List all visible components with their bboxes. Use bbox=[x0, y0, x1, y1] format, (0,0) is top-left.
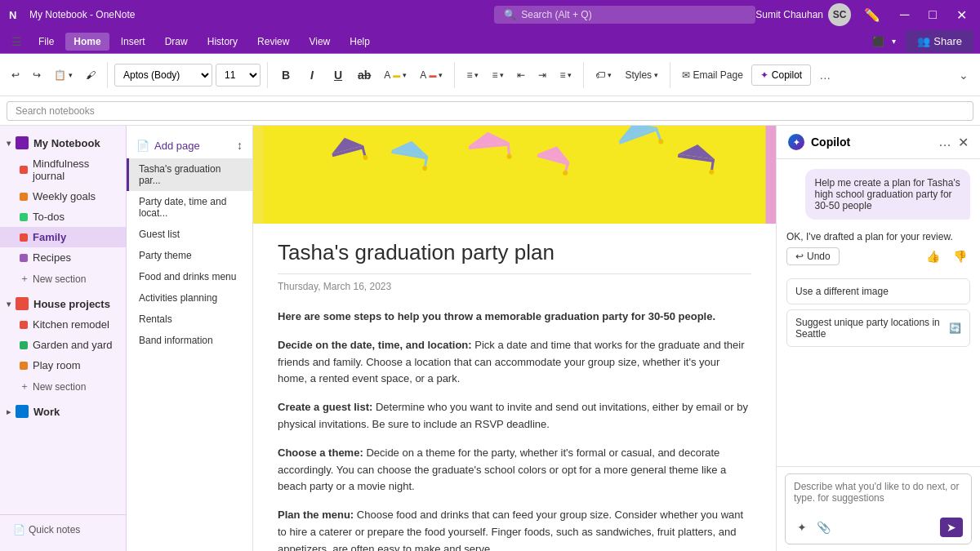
kitchen-label: Kitchen remodel bbox=[33, 318, 109, 331]
format-painter-button[interactable]: 🖌 bbox=[81, 60, 100, 90]
ribbon-sep-5 bbox=[670, 62, 670, 88]
page-item-3[interactable]: Party theme bbox=[127, 245, 252, 266]
menubar: ☰ File Home Insert Draw History Review V… bbox=[0, 29, 980, 54]
sidebar-item-todos[interactable]: To-dos bbox=[0, 207, 126, 227]
section-0-heading: Decide on the date, time, and location: bbox=[278, 339, 472, 351]
page-item-6[interactable]: Rentals bbox=[127, 309, 252, 330]
page-item-4[interactable]: Food and drinks menu bbox=[127, 266, 252, 287]
sidebar-item-garden[interactable]: Garden and yard bbox=[0, 335, 126, 355]
page-body[interactable]: Here are some steps to help you throw a … bbox=[278, 309, 751, 551]
copilot-ribbon-button[interactable]: ✦ Copilot bbox=[751, 64, 811, 86]
page-section-3: Plan the menu: Choose food and drinks th… bbox=[278, 507, 751, 551]
weekly-goals-dot bbox=[20, 193, 28, 201]
menu-home[interactable]: Home bbox=[65, 33, 109, 51]
copilot-input-field[interactable] bbox=[794, 481, 963, 510]
copilot-send-button[interactable]: ➤ bbox=[940, 518, 963, 537]
font-color-button[interactable]: A ▬ ▾ bbox=[415, 60, 448, 90]
title-search-bar[interactable]: 🔍 bbox=[494, 6, 755, 24]
page-item-2[interactable]: Guest list bbox=[127, 224, 252, 245]
page-item-7[interactable]: Band information bbox=[127, 330, 252, 351]
copilot-small-icon: ✦ bbox=[760, 69, 768, 81]
copilot-suggestions-area: Use a different image Suggest unique par… bbox=[786, 278, 970, 347]
attach-icon-button[interactable]: 📎 bbox=[813, 519, 834, 535]
collapse-arrow-icon: ▾ bbox=[7, 139, 11, 148]
page-item-0[interactable]: Tasha's graduation par... bbox=[127, 158, 252, 191]
new-section-my-notebook[interactable]: ＋ New section bbox=[0, 268, 126, 290]
copilot-thumbup-button[interactable]: 👍 bbox=[923, 248, 943, 264]
notebook-search-input[interactable] bbox=[7, 101, 973, 121]
pen-icon-button[interactable]: ✏️ bbox=[858, 4, 887, 26]
numbering-button[interactable]: ≡ ▾ bbox=[487, 60, 509, 90]
menu-review[interactable]: Review bbox=[249, 33, 297, 51]
italic-button[interactable]: I bbox=[301, 64, 323, 87]
bullets-button[interactable]: ≡ ▾ bbox=[461, 60, 483, 90]
note-icon: 📄 bbox=[13, 524, 25, 535]
menu-file[interactable]: File bbox=[30, 33, 62, 51]
font-family-select[interactable]: Aptos (Body) bbox=[114, 64, 212, 87]
my-notebook-header[interactable]: ▾ My Notebook bbox=[0, 132, 126, 153]
menu-history[interactable]: History bbox=[199, 33, 246, 51]
copilot-thumbdown-button[interactable]: 👎 bbox=[950, 248, 970, 264]
highlight-button[interactable]: A ▬ ▾ bbox=[379, 60, 412, 90]
indent-decrease-button[interactable]: ⇤ bbox=[512, 60, 530, 90]
menu-view[interactable]: View bbox=[301, 33, 338, 51]
more-options-button[interactable]: … bbox=[814, 65, 835, 85]
share-button[interactable]: 👥 Share bbox=[906, 30, 973, 52]
menu-help[interactable]: Help bbox=[341, 33, 378, 51]
copilot-input-area[interactable]: ✦ 📎 ➤ bbox=[785, 473, 972, 544]
menu-insert[interactable]: Insert bbox=[113, 33, 154, 51]
page-item-1[interactable]: Party date, time and locat... bbox=[127, 191, 252, 224]
add-page-button[interactable]: 📄 Add page bbox=[133, 136, 234, 155]
header-illustration bbox=[253, 126, 776, 224]
page-section-2: Choose a theme: Decide on a theme for th… bbox=[278, 445, 751, 495]
sparkle-icon-button[interactable]: ✦ bbox=[794, 519, 810, 535]
font-size-select[interactable]: 11 bbox=[216, 64, 261, 87]
sidebar-item-kitchen[interactable]: Kitchen remodel bbox=[0, 314, 126, 335]
quick-notes-label: Quick notes bbox=[29, 524, 80, 535]
bold-button[interactable]: B bbox=[274, 64, 297, 87]
quick-notes-button[interactable]: 📄 Quick notes bbox=[7, 520, 119, 540]
work-header[interactable]: ▸ Work bbox=[0, 401, 126, 422]
sidebar-item-weekly-goals[interactable]: Weekly goals bbox=[0, 186, 126, 207]
copilot-use-different-image-button[interactable]: Use a different image bbox=[786, 278, 970, 304]
title-search-input[interactable] bbox=[521, 9, 746, 20]
onenote-logo-icon: N bbox=[7, 7, 23, 23]
copilot-input-actions: ✦ 📎 ➤ bbox=[794, 518, 963, 537]
copilot-undo-button[interactable]: ↩ Undo bbox=[786, 247, 840, 265]
underline-button[interactable]: U bbox=[327, 64, 350, 87]
content-area[interactable]: Tasha's graduation party plan Thursday, … bbox=[253, 126, 776, 551]
close-button[interactable]: ✕ bbox=[950, 4, 973, 26]
avatar[interactable]: SC bbox=[828, 3, 851, 26]
redo-button[interactable]: ↪ bbox=[28, 60, 46, 90]
styles-button[interactable]: Styles ▾ bbox=[620, 60, 663, 90]
sidebar-item-family[interactable]: Family bbox=[0, 227, 126, 247]
ribbon-expand-button[interactable]: ⌄ bbox=[954, 65, 973, 85]
strikethrough-button[interactable]: ab bbox=[353, 64, 376, 87]
align-button[interactable]: ≡ ▾ bbox=[555, 60, 577, 90]
maximize-button[interactable]: □ bbox=[922, 4, 943, 25]
indent-increase-button[interactable]: ⇥ bbox=[533, 60, 551, 90]
copilot-more-button[interactable]: … bbox=[938, 135, 951, 149]
copilot-close-button[interactable]: ✕ bbox=[958, 135, 969, 150]
undo-button[interactable]: ↩ bbox=[7, 60, 24, 90]
house-projects-header[interactable]: ▾ House projects bbox=[0, 293, 126, 314]
sidebar-item-playroom[interactable]: Play room bbox=[0, 355, 126, 375]
copilot-suggest-locations-button[interactable]: Suggest unique party locations in Seattl… bbox=[786, 309, 970, 347]
sidebar-item-recipes[interactable]: Recipes bbox=[0, 247, 126, 268]
sidebar-item-mindfulness[interactable]: Mindfulness journal bbox=[0, 153, 126, 186]
recipes-dot bbox=[20, 254, 28, 262]
clipboard-button[interactable]: 📋 ▾ bbox=[49, 60, 78, 90]
page-content[interactable]: Tasha's graduation party plan Thursday, … bbox=[253, 224, 776, 551]
copilot-panel: ✦ Copilot … ✕ Help me create a plan for … bbox=[776, 126, 980, 551]
sidebar-toggle-icon[interactable]: ☰ bbox=[7, 32, 27, 51]
notebook-group-my-notebook: ▾ My Notebook Mindfulness journal Weekly… bbox=[0, 132, 126, 290]
page-item-5[interactable]: Activities planning bbox=[127, 287, 252, 309]
tag-button[interactable]: 🏷 ▾ bbox=[590, 60, 617, 90]
menu-draw[interactable]: Draw bbox=[157, 33, 196, 51]
email-page-button[interactable]: ✉ Email Page bbox=[677, 60, 748, 90]
sort-pages-button[interactable]: ↕ bbox=[234, 136, 246, 155]
expand-ribbon-button[interactable]: ⬛ ▾ bbox=[867, 27, 902, 56]
work-label: Work bbox=[33, 406, 60, 418]
new-section-house[interactable]: ＋ New section bbox=[0, 375, 126, 398]
minimize-button[interactable]: ─ bbox=[893, 4, 915, 25]
